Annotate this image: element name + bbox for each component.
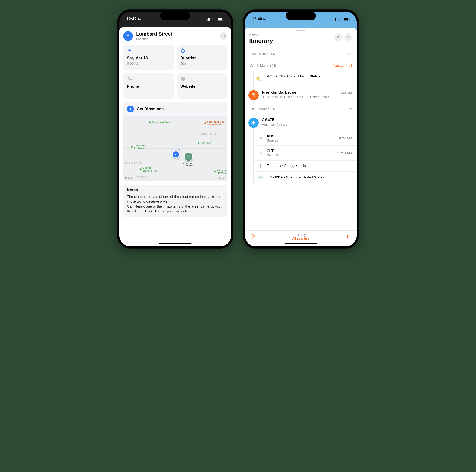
weather-rain-icon: 🌧️: [258, 175, 263, 180]
day-2-timeline: ⛅ 47° / 73°F • Austin, United States Fra…: [253, 71, 357, 103]
flight-row[interactable]: AA475 American Airlines: [254, 115, 357, 131]
status-time: 12:47: [126, 17, 136, 21]
duration-card-title: Duration: [180, 56, 224, 60]
day-header-1[interactable]: Tue, March 14 1st: [245, 48, 357, 60]
add-activity-button[interactable]: [345, 234, 351, 239]
map-pin-icon: [172, 151, 180, 158]
location-flag-badge: [123, 31, 133, 41]
panel-header: 3 days Itinerary: [245, 33, 357, 48]
lombard-photo-badge: [184, 152, 193, 161]
weather-partly-cloudy-icon: ⛅: [256, 76, 262, 82]
filter-selector[interactable]: Filter by All activities: [256, 233, 345, 240]
location-title: Lombard Street: [136, 31, 217, 37]
svg-rect-5: [218, 18, 222, 20]
weather-row: ⛅ 47° / 73°F • Austin, United States: [254, 71, 357, 87]
weather-row-2: 🌧️ 46° / 63°F • Charlotte, United States: [254, 171, 357, 183]
svg-rect-6: [224, 18, 224, 20]
close-icon: [222, 34, 225, 38]
svg-rect-3: [209, 18, 210, 21]
sheet-header: Lombard Street Location: [123, 31, 227, 41]
plus-icon: [345, 234, 350, 239]
svg-point-7: [181, 49, 185, 53]
svg-point-19: [252, 236, 253, 237]
sliders-icon: [336, 35, 340, 39]
plane-icon: [251, 120, 256, 125]
screen-location-detail: 12:47 Lombard Street Location: [119, 12, 231, 246]
itinerary-panel: 3 days Itinerary Tue, March 14 1st: [245, 28, 357, 246]
cell-signal-icon: [206, 18, 211, 21]
flight-departure[interactable]: AUS Gate 30 8:24 AM: [254, 131, 357, 146]
moon-icon: [263, 17, 267, 21]
arrow-down-right-icon: [259, 151, 263, 155]
map-brand: Maps: [125, 176, 132, 179]
status-time: 12:48: [252, 17, 262, 21]
duration-card-sub: 30m: [180, 61, 224, 65]
screen-itinerary: 12:48 3 days Itinerary: [245, 12, 357, 246]
battery-icon: [343, 18, 350, 21]
date-card[interactable]: Sat, Mar 18 6:00 AM: [123, 45, 174, 70]
website-card[interactable]: Website: [177, 73, 227, 99]
map-legal[interactable]: Legal: [220, 177, 225, 179]
trip-length: 3 days: [249, 33, 332, 37]
svg-rect-2: [208, 18, 209, 21]
svg-rect-1: [207, 19, 208, 21]
home-indicator[interactable]: [285, 243, 317, 244]
phone-icon: [127, 76, 132, 81]
map-preview[interactable]: Francisco Park San Francisco Art Institu…: [123, 116, 227, 181]
restaurant-icon: [251, 93, 256, 98]
duration-card[interactable]: Duration 30m: [177, 45, 227, 70]
home-indicator[interactable]: [159, 243, 191, 244]
notes-title: Notes: [127, 188, 224, 192]
settings-button[interactable]: [334, 33, 342, 41]
flag-icon: [126, 34, 130, 38]
info-cards: Sat, Mar 18 6:00 AM Duration 30m Phone: [123, 45, 227, 99]
phone-card-title: Phone: [127, 84, 170, 89]
dynamic-island: [160, 12, 190, 20]
svg-rect-14: [343, 18, 348, 20]
day-3-timeline: AA475 American Airlines AUS Gate 30 8:24…: [253, 115, 357, 183]
locate-button[interactable]: [250, 234, 256, 239]
notes-card[interactable]: Notes The sinuous curves of one of the m…: [123, 185, 227, 217]
activity-franklin[interactable]: Franklin Barbecue 900 E 11th St, Austin,…: [254, 87, 357, 103]
day-header-2[interactable]: Wed, March 15 Today, 2nd: [245, 60, 357, 71]
itinerary-list[interactable]: Tue, March 14 1st Wed, March 15 Today, 2…: [245, 48, 357, 230]
close-icon: [347, 35, 350, 39]
phone-right: 12:48 3 days Itinerary: [243, 9, 359, 249]
day-header-3[interactable]: Thu, March 16 3rd: [245, 103, 357, 115]
moon-icon: [137, 17, 141, 21]
phone-card[interactable]: Phone: [123, 73, 174, 99]
close-button[interactable]: [344, 33, 352, 41]
svg-point-17: [337, 38, 338, 38]
location-pin-icon: [250, 234, 255, 239]
globe-icon: [259, 164, 263, 168]
get-directions-row[interactable]: Get Directions: [123, 102, 227, 116]
stopwatch-icon: [180, 48, 186, 53]
timezone-row: Timezone Change +1 hr: [254, 160, 357, 171]
wifi-icon: [212, 18, 216, 21]
notes-body: The sinuous curves of one of the most re…: [127, 194, 224, 214]
battery-icon: [218, 18, 224, 21]
close-button[interactable]: [220, 32, 227, 40]
date-card-sub: 6:00 AM: [127, 61, 170, 65]
date-card-title: Sat, Mar 18: [127, 56, 170, 60]
svg-point-16: [339, 36, 339, 37]
location-subtitle: Location: [136, 37, 217, 41]
phone-left: 12:47 Lombard Street Location: [117, 9, 233, 249]
svg-rect-11: [334, 18, 334, 21]
cell-signal-icon: [331, 18, 336, 21]
svg-rect-15: [349, 18, 350, 20]
flight-arrival[interactable]: CLT Gate D8 11:59 AM: [254, 146, 357, 160]
svg-rect-0: [206, 20, 207, 21]
arrow-up-right-icon: [259, 136, 263, 140]
grab-handle[interactable]: [296, 30, 306, 31]
directions-card: Get Directions Francisco Park San Franci…: [123, 102, 227, 181]
sunrise-icon: [127, 48, 133, 52]
svg-rect-12: [335, 18, 336, 21]
directions-arrow-icon: [129, 107, 132, 111]
location-sheet: Lombard Street Location Sat, Mar 18 6:00…: [119, 27, 231, 246]
website-card-title: Website: [180, 84, 224, 89]
svg-rect-10: [333, 19, 333, 21]
page-title: Itinerary: [249, 37, 332, 45]
dynamic-island: [286, 12, 316, 20]
svg-rect-9: [331, 20, 332, 21]
